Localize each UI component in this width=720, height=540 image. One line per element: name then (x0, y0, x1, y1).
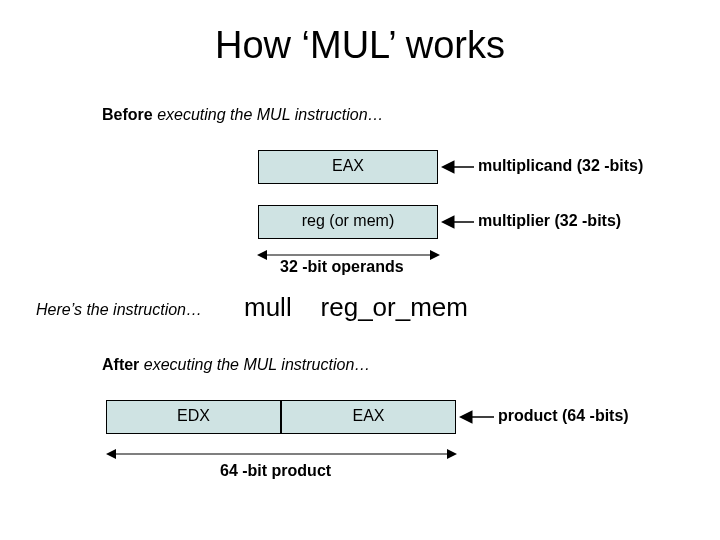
after-caption: After executing the MUL instruction… (102, 356, 370, 374)
instruction-text: mull reg_or_mem (244, 292, 468, 323)
here-instruction-caption: Here’s the instruction… (36, 301, 202, 319)
product-64bit-label: 64 -bit product (220, 462, 331, 480)
product-label: product (64 -bits) (498, 407, 629, 425)
before-rest: executing the MUL instruction… (153, 106, 384, 123)
before-caption: Before executing the MUL instruction… (102, 106, 384, 124)
after-bold: After (102, 356, 139, 373)
before-bold: Before (102, 106, 153, 123)
eax-input-box: EAX (258, 150, 438, 184)
slide-title: How ‘MUL’ works (0, 24, 720, 67)
after-rest: executing the MUL instruction… (139, 356, 370, 373)
svg-marker-3 (257, 250, 267, 260)
operands-32bit-label: 32 -bit operands (280, 258, 404, 276)
svg-marker-4 (430, 250, 440, 260)
multiplicand-label: multiplicand (32 -bits) (478, 157, 643, 175)
eax-output-box: EAX (281, 400, 456, 434)
mnemonic: mull (244, 292, 292, 322)
edx-output-box: EDX (106, 400, 281, 434)
reg-or-mem-box: reg (or mem) (258, 205, 438, 239)
operand: reg_or_mem (321, 292, 468, 322)
svg-marker-7 (106, 449, 116, 459)
svg-marker-8 (447, 449, 457, 459)
multiplier-label: multiplier (32 -bits) (478, 212, 621, 230)
